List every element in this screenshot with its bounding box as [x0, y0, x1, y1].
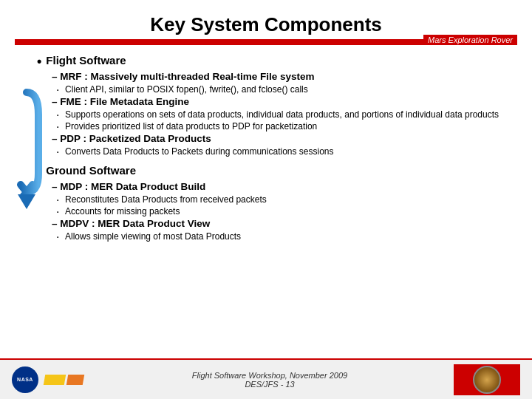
ground-software-section: • Ground Software – MDP : MER Data Produ…	[37, 164, 502, 242]
footer-right	[439, 364, 520, 395]
footer: NASA Flight Software Workshop, November …	[0, 358, 532, 399]
slide-title: Key System Components	[15, 13, 517, 36]
ground-software-label: Ground Software	[46, 164, 136, 177]
fme-item: – FME : File Metadata Engine	[52, 96, 502, 107]
mrf-label: – MRF : Massively multi-threaded Real-ti…	[52, 71, 315, 82]
rover-circle-icon	[473, 366, 501, 394]
mrf-detail-1: Client API, similar to POSIX fopen(), fw…	[65, 84, 502, 95]
pdp-label: – PDP : Packetized Data Products	[52, 133, 211, 144]
footer-nasa-area: NASA	[12, 366, 100, 393]
flight-software-label: Flight Software	[46, 54, 126, 66]
footer-slide: DES/JFS - 13	[100, 380, 439, 389]
mdpv-item: – MDPV : MER Data Product View	[52, 218, 502, 229]
footer-event: Flight Software Workshop, November 2009	[100, 371, 439, 380]
title-area: Key System Components	[0, 0, 532, 36]
blue-arrow-icon	[10, 85, 43, 211]
flight-software-bullet: • Flight Software	[37, 54, 502, 68]
mrf-item: – MRF : Massively multi-threaded Real-ti…	[52, 71, 502, 82]
mdpv-label: – MDPV : MER Data Product View	[52, 218, 210, 229]
fme-detail-1: Supports operations on sets of data prod…	[65, 109, 502, 120]
yellow-shape	[44, 375, 66, 385]
pdp-detail-1: Converts Data Products to Packets during…	[65, 146, 502, 157]
mdp-detail-1: Reconstitutes Data Products from receive…	[65, 194, 502, 205]
fme-label: – FME : File Metadata Engine	[52, 96, 189, 107]
ground-software-bullet: • Ground Software	[37, 164, 502, 178]
mdp-item: – MDP : MER Data Product Build	[52, 181, 502, 192]
footer-right-logo	[454, 364, 520, 395]
svg-marker-0	[18, 194, 35, 209]
content-area: • Flight Software – MRF : Massively mult…	[0, 48, 532, 255]
bullet-dot-1: •	[37, 55, 41, 68]
mars-label: Mars Exploration Rover	[423, 35, 517, 45]
nasa-logo-icon: NASA	[12, 366, 38, 393]
pdp-item: – PDP : Packetized Data Products	[52, 133, 502, 144]
mdp-detail-2: Accounts for missing packets	[65, 206, 502, 216]
flight-software-section: • Flight Software – MRF : Massively mult…	[37, 54, 502, 157]
mdpv-detail-1: Allows simple viewing of most Data Produ…	[65, 231, 502, 242]
mdp-label: – MDP : MER Data Product Build	[52, 181, 205, 192]
footer-shapes	[44, 375, 83, 385]
red-bar: Mars Exploration Rover	[15, 39, 517, 45]
fme-detail-2: Provides prioritized list of data produc…	[65, 121, 502, 132]
orange-shape	[66, 375, 84, 385]
slide: Key System Components Mars Exploration R…	[0, 0, 532, 399]
footer-center: Flight Software Workshop, November 2009 …	[100, 371, 439, 389]
